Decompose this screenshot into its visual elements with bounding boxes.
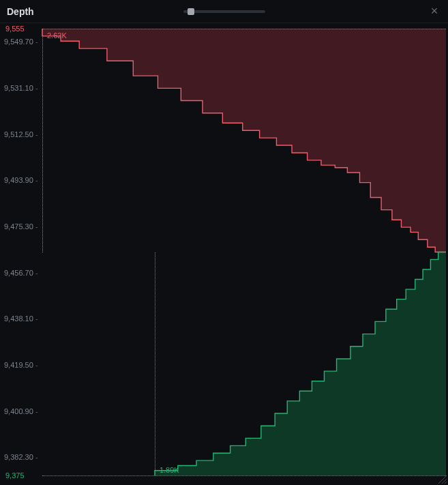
depth-zoom-slider[interactable] <box>183 8 265 15</box>
bid-edge-line <box>42 475 446 476</box>
y-tick-label: 9,438.10 - <box>4 314 38 323</box>
close-icon[interactable]: × <box>428 4 441 18</box>
bid-cursor-line <box>155 252 155 476</box>
y-tick-label: 9,512.50 - <box>4 130 38 138</box>
bid-cursor-qty: 1.89K <box>158 466 181 474</box>
panel-title: Depth <box>7 6 34 17</box>
y-tick-label: 9,475.30 - <box>4 222 38 231</box>
slider-track <box>183 10 265 13</box>
depth-panel: Depth × 9,549.70 -9,531.10 -9,512.50 -9,… <box>0 0 448 485</box>
resize-handle-icon[interactable] <box>438 475 447 484</box>
bid-edge-price: 9,375 <box>4 471 26 480</box>
y-tick-label: 9,419.50 - <box>4 361 38 369</box>
y-tick-label: 9,493.90 - <box>4 176 38 184</box>
ask-edge-price: 9,555 <box>4 25 26 33</box>
ask-edge-line <box>42 29 446 29</box>
y-tick-label: 9,382.30 - <box>4 453 38 461</box>
ask-cursor-qty: 2.62K <box>45 31 69 40</box>
ask-cursor-line <box>42 29 43 252</box>
y-tick-label: 9,456.70 - <box>4 269 38 277</box>
y-tick-label: 9,549.70 - <box>4 38 38 46</box>
y-tick-label: 9,531.10 - <box>4 84 38 92</box>
depth-chart[interactable]: 9,549.70 -9,531.10 -9,512.50 -9,493.90 -… <box>0 23 448 485</box>
depth-svg <box>0 23 448 485</box>
slider-thumb[interactable] <box>188 8 194 15</box>
y-tick-label: 9,400.90 - <box>4 407 38 415</box>
panel-header: Depth × <box>0 0 448 23</box>
